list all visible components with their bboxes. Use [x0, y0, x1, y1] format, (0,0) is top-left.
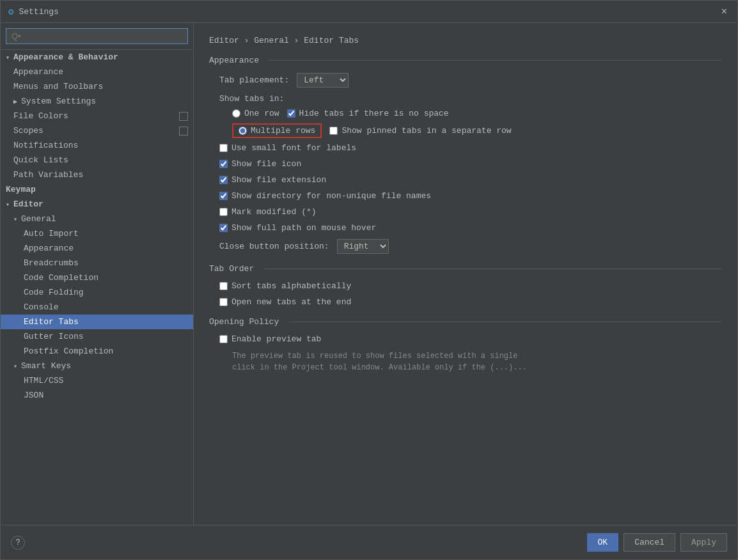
- show-file-extension-label[interactable]: Show file extension: [219, 175, 326, 185]
- sidebar-item-console[interactable]: Console: [1, 300, 193, 315]
- enable-preview-checkbox[interactable]: [219, 335, 228, 343]
- footer: ? OK Cancel Apply: [1, 525, 737, 559]
- mark-modified-checkbox[interactable]: [219, 208, 228, 216]
- sidebar-item-scopes[interactable]: Scopes: [1, 123, 193, 138]
- show-tabs-label: Show tabs in:: [209, 94, 722, 104]
- tab-order-section-title: Tab Order: [209, 264, 722, 274]
- show-file-icon-label[interactable]: Show file icon: [219, 159, 301, 169]
- sidebar-item-breadcrumbs[interactable]: Breadcrumbs: [1, 256, 193, 270]
- sidebar-item-json[interactable]: JSON: [1, 388, 193, 403]
- open-new-end-label[interactable]: Open new tabs at the end: [219, 297, 351, 307]
- show-pinned-checkbox[interactable]: [329, 127, 338, 135]
- main-content: ▾ Appearance & Behavior Appearance Menus…: [1, 23, 737, 525]
- sort-alphabetically-row: Sort tabs alphabetically: [209, 281, 722, 291]
- show-full-path-row: Show full path on mouse hover: [209, 223, 722, 233]
- sidebar-item-quick-lists[interactable]: Quick Lists: [1, 153, 193, 167]
- hide-tabs-checkbox[interactable]: [287, 109, 295, 118]
- expand-icon: ▾: [6, 201, 10, 208]
- tab-order-section: Tab Order Sort tabs alphabetically Open …: [209, 264, 722, 307]
- one-row-label[interactable]: One row: [232, 109, 279, 118]
- sidebar-item-gutter-icons[interactable]: Gutter Icons: [1, 329, 193, 344]
- show-full-path-label[interactable]: Show full path on mouse hover: [219, 223, 376, 233]
- scopes-icon: [179, 127, 188, 136]
- close-button-label: Close button position:: [219, 242, 329, 251]
- sidebar-item-keymap[interactable]: Keymap: [1, 182, 193, 197]
- opening-policy-section-title: Opening Policy: [209, 317, 722, 327]
- show-pinned-label[interactable]: Show pinned tabs in a separate row: [329, 126, 511, 136]
- title-bar: ⚙ Settings ×: [1, 1, 737, 23]
- show-file-extension-checkbox[interactable]: [219, 176, 228, 184]
- enable-preview-label[interactable]: Enable preview tab: [219, 334, 321, 344]
- multiple-rows-radio[interactable]: [239, 127, 247, 135]
- appearance-section: Appearance Tab placement: Left Right Top…: [209, 56, 722, 254]
- search-container: [1, 23, 193, 50]
- show-directory-label[interactable]: Show directory for non-unique file names: [219, 191, 431, 201]
- small-font-checkbox[interactable]: [219, 144, 228, 152]
- one-row-radio[interactable]: [232, 109, 240, 118]
- sidebar-item-html-css[interactable]: HTML/CSS: [1, 373, 193, 388]
- one-row-row: One row Hide tabs if there is no space: [209, 109, 722, 118]
- appearance-section-title: Appearance: [209, 56, 722, 65]
- show-file-icon-row: Show file icon: [209, 159, 722, 169]
- close-button-position-row: Close button position: Right Left Hidden: [209, 239, 722, 254]
- close-button[interactable]: ×: [719, 6, 730, 17]
- sidebar-item-postfix-completion[interactable]: Postfix Completion: [1, 344, 193, 359]
- tab-placement-row: Tab placement: Left Right Top Bottom Non…: [209, 73, 722, 88]
- enable-preview-row: Enable preview tab: [209, 334, 722, 344]
- sort-alphabetically-label[interactable]: Sort tabs alphabetically: [219, 281, 351, 291]
- open-new-end-checkbox[interactable]: [219, 298, 228, 306]
- sidebar-item-auto-import[interactable]: Auto Import: [1, 226, 193, 241]
- settings-dialog: ⚙ Settings × ▾ Appearance & Behavior App…: [0, 0, 738, 560]
- dialog-title: Settings: [19, 7, 58, 17]
- preview-description: The preview tab is reused to show files …: [209, 350, 722, 373]
- sidebar-item-editor[interactable]: ▾ Editor: [1, 197, 193, 212]
- close-button-dropdown[interactable]: Right Left Hidden: [337, 239, 389, 254]
- sidebar-item-smart-keys[interactable]: ▾ Smart Keys: [1, 359, 193, 373]
- hide-tabs-label[interactable]: Hide tabs if there is no space: [287, 109, 449, 118]
- sidebar-item-notifications[interactable]: Notifications: [1, 138, 193, 153]
- sidebar-item-menus-toolbars[interactable]: Menus and Toolbars: [1, 79, 193, 94]
- sidebar-item-editor-tabs[interactable]: Editor Tabs: [1, 315, 193, 329]
- show-directory-checkbox[interactable]: [219, 192, 228, 200]
- breadcrumb: Editor › General › Editor Tabs: [209, 36, 722, 45]
- file-colors-icon: [179, 112, 188, 121]
- sort-alphabetically-checkbox[interactable]: [219, 282, 228, 290]
- show-full-path-checkbox[interactable]: [219, 224, 228, 232]
- small-font-label[interactable]: Use small font for labels: [219, 143, 356, 153]
- multiple-rows-text: Multiple rows: [251, 126, 315, 136]
- content-area: Editor › General › Editor Tabs Appearanc…: [194, 23, 737, 525]
- multiple-rows-label[interactable]: Multiple rows: [232, 123, 322, 138]
- small-font-row: Use small font for labels: [209, 143, 722, 153]
- nav-list: ▾ Appearance & Behavior Appearance Menus…: [1, 50, 193, 403]
- title-bar-left: ⚙ Settings: [8, 6, 59, 17]
- sidebar-item-general[interactable]: ▾ General: [1, 212, 193, 226]
- show-directory-row: Show directory for non-unique file names: [209, 191, 722, 201]
- expand-icon: ▶: [13, 98, 17, 105]
- mark-modified-label[interactable]: Mark modified (*): [219, 207, 317, 217]
- sidebar-item-file-colors[interactable]: File Colors: [1, 109, 193, 123]
- open-new-end-row: Open new tabs at the end: [209, 297, 722, 307]
- sidebar-item-code-folding[interactable]: Code Folding: [1, 285, 193, 300]
- sidebar-item-system-settings[interactable]: ▶ System Settings: [1, 94, 193, 109]
- sidebar-item-appearance-behavior[interactable]: ▾ Appearance & Behavior: [1, 50, 193, 65]
- opening-policy-section: Opening Policy Enable preview tab The pr…: [209, 317, 722, 373]
- sidebar-item-path-variables[interactable]: Path Variables: [1, 167, 193, 182]
- apply-button[interactable]: Apply: [680, 533, 727, 552]
- cancel-button[interactable]: Cancel: [624, 533, 675, 552]
- expand-icon: ▾: [13, 215, 17, 223]
- sidebar: ▾ Appearance & Behavior Appearance Menus…: [1, 23, 194, 525]
- tab-placement-label: Tab placement:: [219, 75, 289, 85]
- sidebar-item-code-completion[interactable]: Code Completion: [1, 270, 193, 285]
- tab-placement-dropdown[interactable]: Left Right Top Bottom None: [297, 73, 349, 88]
- ok-button[interactable]: OK: [587, 533, 619, 552]
- sidebar-item-appearance[interactable]: Appearance: [1, 65, 193, 79]
- footer-left: ?: [11, 536, 582, 550]
- sidebar-item-appearance-editor[interactable]: Appearance: [1, 241, 193, 256]
- search-input[interactable]: [6, 28, 188, 44]
- help-button[interactable]: ?: [11, 536, 25, 550]
- expand-icon: ▾: [6, 54, 10, 61]
- show-file-icon-checkbox[interactable]: [219, 160, 228, 168]
- show-file-extension-row: Show file extension: [209, 175, 722, 185]
- mark-modified-row: Mark modified (*): [209, 207, 722, 217]
- multiple-rows-row: Multiple rows Show pinned tabs in a sepa…: [209, 123, 722, 138]
